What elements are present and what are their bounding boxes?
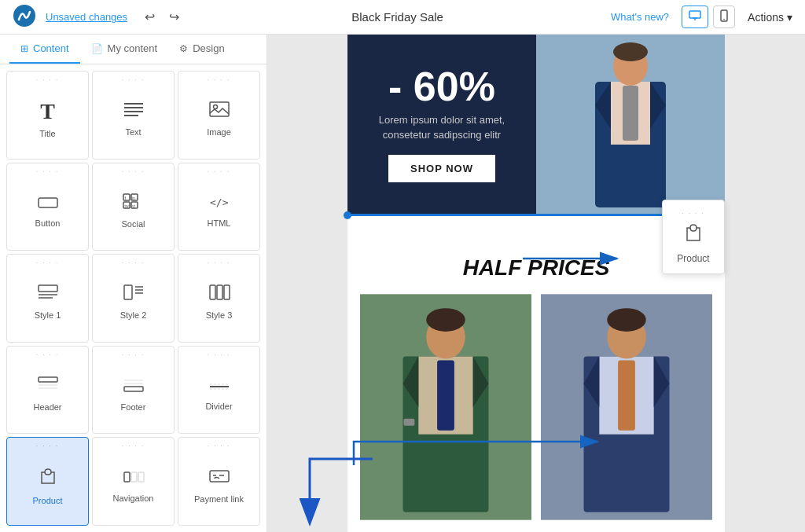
document-title: Black Friday Sale (193, 10, 601, 24)
svg-rect-1 (689, 11, 700, 18)
svg-rect-42 (131, 472, 137, 482)
product-block-icon (37, 466, 59, 491)
actions-button[interactable]: Actions ▾ (748, 11, 792, 24)
svg-rect-29 (210, 285, 215, 299)
block-footer[interactable]: · · · · Footer (92, 346, 175, 435)
block-social-label: Social (122, 219, 145, 229)
social-block-icon: f in tw yt (123, 193, 145, 215)
mobile-view-button[interactable] (713, 6, 735, 28)
svg-rect-31 (224, 285, 230, 299)
block-navigation[interactable]: · · · · Navigation (92, 437, 175, 526)
half-prices-title: HALF PRICES (360, 255, 712, 281)
block-style2-label: Style 2 (120, 310, 147, 320)
canvas-area: - 60% Lorem ipsum dolor sit amet,consete… (267, 35, 805, 532)
product-drop-widget: · · · · Product (662, 200, 725, 274)
style2-block-icon (123, 284, 145, 306)
topbar-right: What's new? Actions ▾ (611, 6, 792, 28)
product-card-1 (360, 293, 531, 524)
svg-rect-37 (124, 387, 143, 391)
svg-text:tw: tw (124, 204, 128, 208)
hero-left: - 60% Lorem ipsum dolor sit amet,consete… (347, 35, 536, 214)
block-header-label: Header (33, 402, 61, 412)
block-title[interactable]: · · · · T Title (6, 71, 89, 160)
block-social[interactable]: · · · · f in tw yt Social (92, 163, 175, 251)
svg-rect-12 (39, 198, 57, 207)
product-widget-label: Product (677, 253, 709, 264)
svg-text:in: in (132, 196, 135, 200)
svg-point-11 (213, 105, 217, 109)
content-tab-icon: ⊞ (20, 43, 28, 54)
block-style1[interactable]: · · · · Style 1 (6, 254, 89, 343)
block-button[interactable]: · · · · Button (6, 163, 89, 251)
block-text[interactable]: · · · · Text (92, 71, 175, 160)
block-style3[interactable]: · · · · Style 3 (178, 254, 260, 343)
svg-rect-41 (124, 472, 130, 482)
shop-now-button[interactable]: SHOP NOW (388, 155, 495, 182)
svg-rect-32 (39, 377, 57, 382)
hero-section: - 60% Lorem ipsum dolor sit amet,consete… (347, 35, 725, 214)
svg-rect-56 (437, 361, 454, 431)
svg-point-52 (613, 42, 648, 61)
redo-button[interactable]: ↪ (164, 6, 184, 28)
tab-design[interactable]: ⚙ Design (168, 35, 235, 64)
tab-content[interactable]: ⊞ Content (9, 35, 80, 64)
block-footer-label: Footer (121, 402, 146, 412)
logo (13, 4, 36, 31)
main-layout: ⊞ Content 📄 My content ⚙ Design · · · · … (0, 35, 805, 532)
svg-rect-10 (210, 102, 229, 116)
block-payment-link[interactable]: · · · · Payment link (178, 437, 260, 526)
svg-text:yt: yt (132, 204, 136, 208)
block-style2[interactable]: · · · · Style 2 (92, 254, 175, 343)
image-block-icon (208, 101, 230, 123)
block-divider[interactable]: · · · · Divider (178, 346, 260, 435)
navigation-block-icon (123, 468, 145, 489)
block-title-label: Title (39, 129, 55, 138)
style1-block-icon (37, 284, 59, 306)
hero-subtitle-text: Lorem ipsum dolor sit amet,consetetur sa… (379, 113, 505, 141)
svg-rect-30 (217, 285, 222, 299)
half-prices-section: HALF PRICES (347, 240, 725, 532)
view-toggle-group (682, 6, 735, 28)
button-block-icon (37, 193, 59, 214)
svg-rect-25 (124, 285, 132, 299)
hero-discount-text: - 60% (388, 66, 495, 107)
tab-my-content[interactable]: 📄 My content (80, 35, 169, 64)
block-style3-label: Style 3 (206, 310, 233, 320)
left-panel: ⊞ Content 📄 My content ⚙ Design · · · · … (0, 35, 267, 532)
html-block-icon: </> (208, 193, 230, 214)
block-product-label: Product (33, 496, 63, 505)
product-row (360, 293, 712, 524)
panel-tabs: ⊞ Content 📄 My content ⚙ Design (0, 35, 266, 64)
block-product[interactable]: · · · · Product (6, 437, 89, 526)
style3-block-icon (208, 284, 230, 306)
block-image[interactable]: · · · · Image (178, 71, 260, 160)
svg-rect-63 (618, 361, 635, 431)
undo-button[interactable]: ↩ (140, 6, 160, 28)
block-image-label: Image (207, 127, 231, 137)
header-block-icon (37, 376, 59, 398)
svg-text:f: f (124, 196, 126, 200)
design-tab-icon: ⚙ (179, 43, 188, 54)
block-button-label: Button (35, 218, 61, 228)
desktop-view-button[interactable] (682, 6, 708, 28)
svg-rect-22 (39, 285, 57, 292)
block-html-label: HTML (208, 218, 231, 228)
product-card-2 (541, 293, 712, 524)
payment-block-icon (208, 468, 230, 490)
block-payment-label: Payment link (194, 494, 244, 504)
svg-text:</>: </> (210, 196, 229, 208)
block-text-label: Text (125, 127, 141, 137)
block-navigation-label: Navigation (113, 493, 154, 503)
unsaved-changes-link[interactable]: Unsaved changes (46, 11, 127, 23)
text-block-icon (123, 101, 145, 123)
svg-rect-59 (403, 419, 414, 426)
whats-new-link[interactable]: What's new? (611, 11, 669, 23)
product-widget-tshirt-icon (682, 222, 705, 248)
topbar: Unsaved changes ↩ ↪ Black Friday Sale Wh… (0, 0, 805, 35)
my-content-tab-icon: 📄 (91, 43, 103, 54)
block-divider-label: Divider (205, 402, 232, 411)
block-html[interactable]: · · · · </> HTML (178, 163, 260, 251)
svg-rect-50 (623, 86, 638, 141)
svg-point-58 (426, 308, 465, 332)
block-header[interactable]: · · · · Header (6, 346, 89, 435)
